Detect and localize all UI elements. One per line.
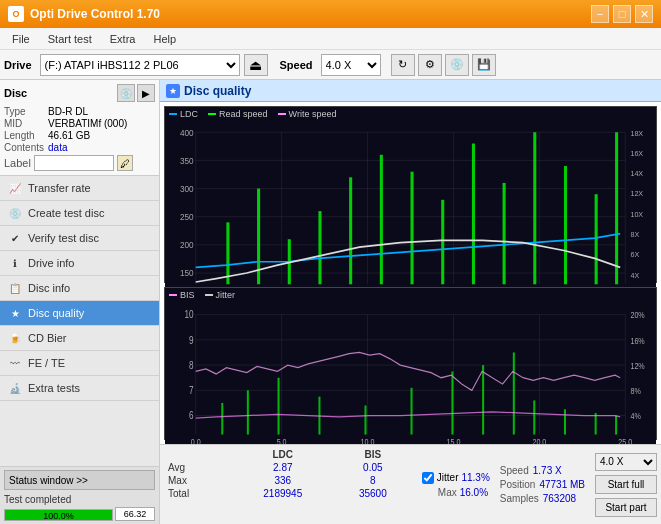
chart1: LDC Read speed Write speed — [164, 106, 657, 283]
speed-label: Speed — [280, 59, 313, 71]
maximize-button[interactable]: □ — [613, 5, 631, 23]
title-bar-left: O Opti Drive Control 1.70 — [8, 6, 160, 22]
settings-button[interactable]: ⚙ — [418, 54, 442, 76]
legend-ldc: LDC — [169, 109, 198, 119]
jitter-value: 11.3% — [461, 472, 489, 483]
menu-help[interactable]: Help — [145, 31, 184, 47]
eject-button[interactable]: ⏏ — [244, 54, 268, 76]
svg-rect-86 — [595, 413, 597, 434]
start-full-button[interactable]: Start full — [595, 475, 657, 494]
sidebar-item-verify-test-disc[interactable]: ✔ Verify test disc — [0, 226, 159, 251]
disc-button[interactable]: 💿 — [445, 54, 469, 76]
minimize-button[interactable]: − — [591, 5, 609, 23]
progress-left: 100.0% — [4, 507, 113, 521]
disc-heading: Disc — [4, 87, 27, 99]
svg-rect-39 — [411, 172, 414, 285]
legend-read-speed: Read speed — [208, 109, 268, 119]
contents-value: data — [48, 142, 155, 153]
legend-bis: BIS — [169, 290, 195, 300]
svg-rect-33 — [226, 222, 229, 284]
stats-row-total: Total 2189945 35600 — [164, 487, 412, 500]
svg-text:0.0: 0.0 — [191, 436, 201, 444]
sidebar-item-disc-info[interactable]: 📋 Disc info — [0, 276, 159, 301]
sidebar-item-extra-tests[interactable]: 🔬 Extra tests — [0, 376, 159, 401]
disc-btn2[interactable]: ▶ — [137, 84, 155, 102]
jitter-max-row: Max 16.0% — [422, 487, 490, 498]
progress-bar: 100.0% — [4, 509, 113, 521]
jitter-section: Jitter 11.3% Max 16.0% — [416, 448, 496, 521]
label-icon-button[interactable]: 🖊 — [117, 155, 133, 171]
main-layout: Disc 💿 ▶ Type BD-R DL MID VERBATIMf (000… — [0, 80, 661, 524]
max-bis: 8 — [334, 474, 412, 487]
total-label: Total — [164, 487, 232, 500]
svg-rect-77 — [278, 377, 280, 434]
svg-text:7: 7 — [189, 385, 194, 396]
svg-text:6X: 6X — [630, 250, 639, 259]
svg-rect-84 — [533, 400, 535, 434]
svg-rect-38 — [380, 155, 383, 285]
menu-start-test[interactable]: Start test — [40, 31, 100, 47]
fe-te-label: FE / TE — [28, 357, 65, 369]
disc-header: Disc 💿 ▶ — [4, 84, 155, 102]
refresh-button[interactable]: ↻ — [391, 54, 415, 76]
svg-text:5.0: 5.0 — [277, 436, 287, 444]
start-part-button[interactable]: Start part — [595, 498, 657, 517]
svg-text:300: 300 — [180, 184, 194, 194]
stats-header-bis: BIS — [334, 448, 412, 461]
label-input[interactable] — [34, 155, 114, 171]
svg-rect-41 — [472, 144, 475, 285]
svg-rect-44 — [564, 166, 567, 284]
chart2: BIS Jitter — [164, 287, 657, 440]
title-bar: O Opti Drive Control 1.70 − □ ✕ — [0, 0, 661, 28]
write-dot — [278, 113, 286, 115]
transfer-rate-icon: 📈 — [8, 181, 22, 195]
svg-text:16X: 16X — [630, 149, 643, 158]
sidebar-item-disc-quality[interactable]: ★ Disc quality — [0, 301, 159, 326]
menu-extra[interactable]: Extra — [102, 31, 144, 47]
svg-rect-81 — [451, 371, 453, 434]
verify-test-disc-label: Verify test disc — [28, 232, 99, 244]
speed-selector[interactable]: 4.0 X — [321, 54, 381, 76]
sidebar-item-transfer-rate[interactable]: 📈 Transfer rate — [0, 176, 159, 201]
drive-selector[interactable]: (F:) ATAPI iHBS112 2 PL06 — [40, 54, 240, 76]
disc-info-grid: Type BD-R DL MID VERBATIMf (000) Length … — [4, 106, 155, 153]
svg-text:9: 9 — [189, 334, 194, 345]
speed-key: Speed — [500, 465, 529, 476]
disc-quality-icon-header: ★ — [166, 84, 180, 98]
speed-value: 1.73 X — [533, 465, 562, 476]
svg-text:8: 8 — [189, 360, 194, 371]
jitter-label: Jitter — [437, 472, 459, 483]
sidebar-item-drive-info[interactable]: ℹ Drive info — [0, 251, 159, 276]
svg-text:4%: 4% — [630, 411, 640, 421]
svg-rect-40 — [441, 200, 444, 284]
disc-info-label: Disc info — [28, 282, 70, 294]
close-button[interactable]: ✕ — [635, 5, 653, 23]
progress-right-value: 66.32 — [115, 507, 155, 521]
speed-dropdown[interactable]: 4.0 X — [595, 453, 657, 471]
jitter-checkbox[interactable] — [422, 472, 434, 484]
svg-text:8X: 8X — [630, 230, 639, 239]
menu-file[interactable]: File — [4, 31, 38, 47]
save-button[interactable]: 💾 — [472, 54, 496, 76]
jitter-max-value: 16.0% — [460, 487, 488, 498]
read-dot — [208, 113, 216, 115]
sidebar-item-cd-bier[interactable]: 🍺 CD Bier — [0, 326, 159, 351]
svg-text:18X: 18X — [630, 128, 643, 137]
jitter-dot — [205, 294, 213, 296]
svg-text:8%: 8% — [630, 386, 640, 396]
disc-info-icon: 📋 — [8, 281, 22, 295]
speed-buttons-section: 4.0 X Start full Start part — [595, 448, 657, 521]
chart1-legend: LDC Read speed Write speed — [165, 107, 656, 121]
svg-text:10X: 10X — [630, 209, 643, 218]
svg-text:12%: 12% — [630, 361, 644, 371]
status-window-button[interactable]: Status window >> — [4, 470, 155, 490]
svg-text:350: 350 — [180, 155, 194, 165]
read-label: Read speed — [219, 109, 268, 119]
chart1-svg: 400 350 300 250 200 150 0.0 5.0 10.0 15.… — [165, 121, 656, 296]
speed-row: Speed 1.73 X — [500, 465, 585, 476]
sidebar-item-create-test-disc[interactable]: 💿 Create test disc — [0, 201, 159, 226]
disc-quality-icon: ★ — [8, 306, 22, 320]
disc-icon-btn[interactable]: 💿 — [117, 84, 135, 102]
sidebar-item-fe-te[interactable]: 〰 FE / TE — [0, 351, 159, 376]
create-test-disc-label: Create test disc — [28, 207, 104, 219]
